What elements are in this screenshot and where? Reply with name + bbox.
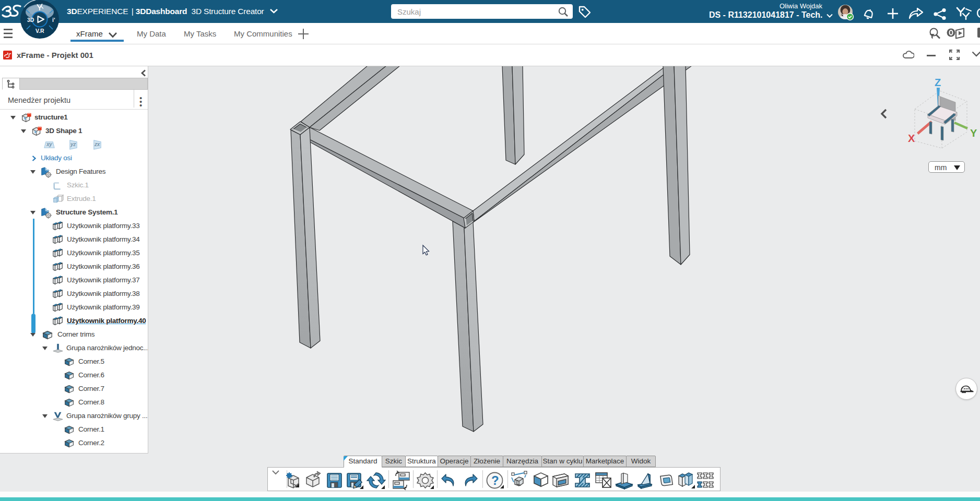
- svg-text:?: ?: [491, 473, 499, 487]
- svg-text:Z: Z: [935, 77, 941, 88]
- svg-text:iʹ: iʹ: [52, 17, 55, 23]
- svg-text:X: X: [908, 133, 915, 144]
- svg-text:V.R: V.R: [36, 28, 44, 34]
- svg-text:Y: Y: [970, 127, 977, 139]
- svg-text:3D: 3D: [27, 17, 34, 23]
